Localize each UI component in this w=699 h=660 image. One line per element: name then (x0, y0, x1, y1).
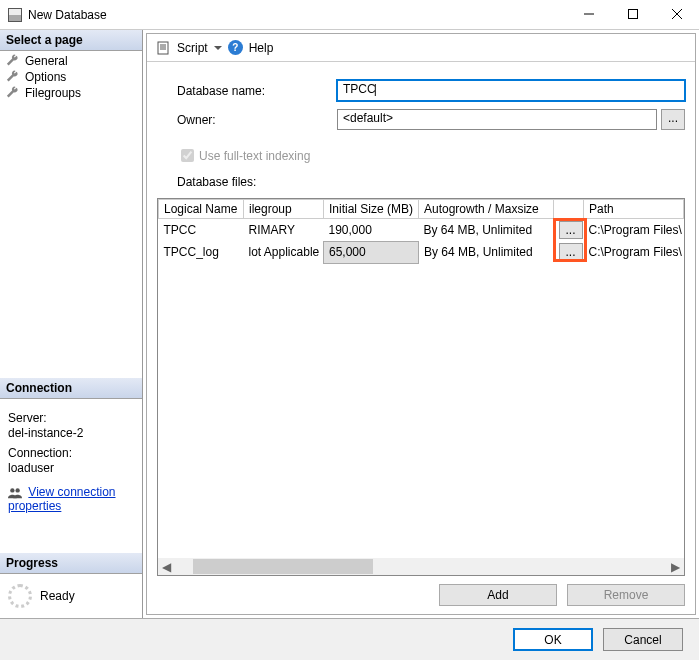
remove-button: Remove (567, 584, 685, 606)
connection-section: Server: del-instance-2 Connection: loadu… (0, 399, 142, 523)
maximize-button[interactable] (611, 0, 655, 28)
window-title: New Database (28, 8, 567, 22)
select-page-header: Select a page (0, 30, 142, 51)
help-icon: ? (228, 40, 243, 55)
svg-point-4 (10, 488, 14, 492)
progress-section: Ready (0, 574, 142, 618)
dbname-label: Database name: (177, 84, 337, 98)
page-item-filegroups[interactable]: Filegroups (0, 85, 142, 101)
cell-autogrowth[interactable]: By 64 MB, Unlimited (419, 219, 554, 242)
cell-logical[interactable]: TPCC (159, 219, 244, 242)
ok-button[interactable]: OK (513, 628, 593, 651)
svg-point-5 (15, 488, 19, 492)
view-connection-link[interactable]: View connection properties (8, 485, 116, 513)
owner-label: Owner: (177, 113, 337, 127)
page-item-general[interactable]: General (0, 53, 142, 69)
form-area: Database name: TPCC Owner: <default> ...… (147, 62, 695, 198)
files-label: Database files: (177, 175, 685, 189)
svg-rect-1 (629, 10, 638, 19)
col-initial-size[interactable]: Initial Size (MB) (324, 200, 419, 219)
fulltext-checkbox (181, 149, 194, 162)
col-autogrowth-btn[interactable] (554, 200, 584, 219)
table-row[interactable]: TPCC RIMARY 190,000 By 64 MB, Unlimited … (159, 219, 684, 242)
cell-autogrowth[interactable]: By 64 MB, Unlimited (419, 241, 554, 263)
minimize-button[interactable] (567, 0, 611, 28)
connection-header: Connection (0, 378, 142, 399)
col-autogrowth[interactable]: Autogrowth / Maxsize (419, 200, 554, 219)
cell-size[interactable]: 65,000 (324, 241, 419, 263)
app-icon (8, 8, 22, 22)
col-logical-name[interactable]: Logical Name (159, 200, 244, 219)
toolbar: Script ? Help (147, 34, 695, 62)
connection-value: loaduser (8, 461, 134, 475)
titlebar: New Database (0, 0, 699, 30)
help-button[interactable]: Help (249, 41, 274, 55)
owner-browse-button[interactable]: ... (661, 109, 685, 130)
page-item-label: General (25, 54, 68, 68)
wrench-icon (6, 54, 20, 68)
page-item-options[interactable]: Options (0, 69, 142, 85)
fulltext-label: Use full-text indexing (199, 149, 310, 163)
wrench-icon (6, 70, 20, 84)
add-button[interactable]: Add (439, 584, 557, 606)
progress-status: Ready (40, 589, 75, 603)
dbname-input[interactable]: TPCC (337, 80, 685, 101)
scroll-right-icon[interactable]: ▶ (667, 558, 684, 575)
files-grid: Logical Name ilegroup Initial Size (MB) … (157, 198, 685, 576)
cell-filegroup[interactable]: RIMARY (244, 219, 324, 242)
cell-path[interactable]: C:\Program Files\ (584, 241, 684, 263)
people-icon (8, 487, 22, 499)
svg-rect-6 (158, 42, 168, 54)
chevron-down-icon[interactable] (214, 44, 222, 52)
cancel-button[interactable]: Cancel (603, 628, 683, 651)
close-button[interactable] (655, 0, 699, 28)
table-row[interactable]: TPCC_log lot Applicable 65,000 By 64 MB,… (159, 241, 684, 263)
page-list: General Options Filegroups (0, 51, 142, 103)
right-panel: Script ? Help Database name: TPCC Owner:… (146, 33, 696, 615)
autogrowth-browse-button[interactable]: ... (559, 221, 583, 239)
cell-filegroup[interactable]: lot Applicable (244, 241, 324, 263)
left-panel: Select a page General Options Filegroups… (0, 30, 143, 618)
wrench-icon (6, 86, 20, 100)
script-button[interactable]: Script (177, 41, 208, 55)
page-item-label: Options (25, 70, 66, 84)
cell-path[interactable]: C:\Program Files\ (584, 219, 684, 242)
dialog-footer: OK Cancel (0, 618, 699, 660)
col-filegroup[interactable]: ilegroup (244, 200, 324, 219)
connection-label: Connection: (8, 446, 134, 460)
server-label: Server: (8, 411, 134, 425)
progress-header: Progress (0, 553, 142, 574)
horizontal-scrollbar[interactable]: ◀ ▶ (158, 558, 684, 575)
autogrowth-browse-button[interactable]: ... (559, 243, 583, 261)
scroll-left-icon[interactable]: ◀ (158, 558, 175, 575)
page-item-label: Filegroups (25, 86, 81, 100)
progress-spinner-icon (8, 584, 32, 608)
cell-size[interactable]: 190,000 (324, 219, 419, 242)
cell-logical[interactable]: TPCC_log (159, 241, 244, 263)
owner-input[interactable]: <default> (337, 109, 657, 130)
col-path[interactable]: Path (584, 200, 684, 219)
script-icon (157, 41, 171, 55)
scroll-thumb[interactable] (193, 559, 373, 574)
server-value: del-instance-2 (8, 426, 134, 440)
